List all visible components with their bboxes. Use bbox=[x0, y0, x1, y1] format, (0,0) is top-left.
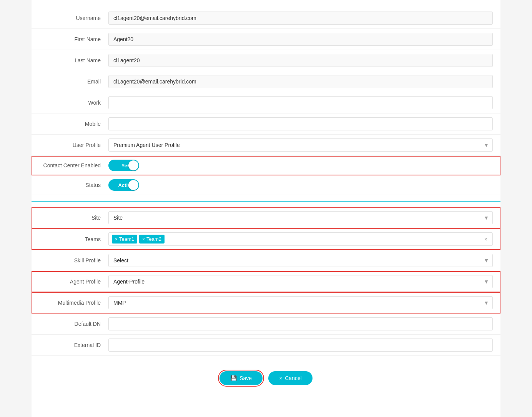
userprofile-row: User Profile Premium Agent User Profile … bbox=[32, 135, 500, 156]
username-input[interactable] bbox=[108, 12, 493, 25]
contact-center-toggle-knob bbox=[128, 160, 138, 170]
save-label: Save bbox=[239, 375, 252, 381]
cancel-button[interactable]: × Cancel bbox=[268, 371, 313, 385]
save-icon: 💾 bbox=[230, 375, 237, 381]
agent-profile-select-wrapper: Agent-Profile ▼ bbox=[108, 275, 493, 288]
multimedia-profile-row: Multimedia Profile MMP ▼ bbox=[32, 292, 500, 314]
email-label: Email bbox=[39, 78, 108, 85]
status-toggle-knob bbox=[128, 180, 138, 190]
mobile-input[interactable] bbox=[108, 117, 493, 130]
lastname-input[interactable] bbox=[108, 54, 493, 67]
external-id-label: External ID bbox=[39, 342, 108, 348]
cancel-label: Cancel bbox=[285, 375, 302, 381]
skill-profile-label: Skill Profile bbox=[39, 257, 108, 264]
save-button[interactable]: 💾 Save bbox=[219, 371, 263, 385]
bottom-bar: 💾 Save × Cancel bbox=[32, 364, 500, 393]
username-row: Username bbox=[32, 8, 500, 29]
multimedia-profile-select[interactable]: MMP bbox=[108, 296, 493, 309]
skill-profile-row: Skill Profile Select ▼ bbox=[32, 250, 500, 271]
default-dn-label: Default DN bbox=[39, 321, 108, 327]
site-select[interactable]: Site bbox=[108, 211, 493, 224]
skill-profile-select[interactable]: Select bbox=[108, 254, 493, 267]
external-id-input[interactable] bbox=[108, 339, 493, 352]
site-select-wrapper: Site ▼ bbox=[108, 211, 493, 224]
userprofile-select[interactable]: Premium Agent User Profile bbox=[108, 138, 493, 152]
username-label: Username bbox=[39, 15, 108, 21]
agent-profile-select[interactable]: Agent-Profile bbox=[108, 275, 493, 288]
status-label: Status bbox=[39, 182, 108, 188]
contact-center-row: Contact Center Enabled Yes bbox=[32, 156, 500, 175]
firstname-label: First Name bbox=[39, 36, 108, 42]
contact-center-toggle[interactable]: Yes bbox=[108, 160, 139, 171]
status-row: Status Active bbox=[32, 175, 500, 195]
teams-clear-icon[interactable]: × bbox=[482, 236, 489, 242]
multimedia-profile-select-wrapper: MMP ▼ bbox=[108, 296, 493, 309]
userprofile-select-wrapper: Premium Agent User Profile ▼ bbox=[108, 138, 493, 152]
work-label: Work bbox=[39, 100, 108, 106]
team1-label: Team1 bbox=[119, 236, 134, 242]
section-divider bbox=[32, 201, 500, 202]
lastname-label: Last Name bbox=[39, 57, 108, 63]
lastname-row: Last Name bbox=[32, 50, 500, 71]
agent-profile-row: Agent Profile Agent-Profile ▼ bbox=[32, 271, 500, 292]
status-toggle-wrapper[interactable]: Active bbox=[108, 179, 139, 191]
teams-row: Teams × Team1 × Team2 × bbox=[32, 229, 500, 250]
team2-remove-icon[interactable]: × bbox=[142, 237, 145, 242]
contact-center-toggle-wrapper[interactable]: Yes bbox=[108, 160, 139, 171]
team2-tag[interactable]: × Team2 bbox=[139, 235, 165, 244]
site-label: Site bbox=[39, 215, 108, 221]
form-container: Username First Name Last Name Email Work… bbox=[32, 0, 500, 417]
teams-input[interactable]: × Team1 × Team2 × bbox=[108, 232, 493, 246]
status-toggle[interactable]: Active bbox=[108, 179, 139, 191]
work-input[interactable] bbox=[108, 96, 493, 109]
default-dn-input[interactable] bbox=[108, 317, 493, 330]
email-row: Email bbox=[32, 71, 500, 92]
contact-center-label: Contact Center Enabled bbox=[39, 162, 108, 168]
teams-label: Teams bbox=[39, 236, 108, 242]
email-input[interactable] bbox=[108, 75, 493, 88]
mobile-label: Mobile bbox=[39, 121, 108, 127]
team1-tag[interactable]: × Team1 bbox=[112, 235, 137, 244]
site-row: Site Site ▼ bbox=[32, 207, 500, 229]
firstname-row: First Name bbox=[32, 29, 500, 50]
team2-label: Team2 bbox=[146, 236, 161, 242]
cancel-icon: × bbox=[279, 375, 282, 381]
work-row: Work bbox=[32, 92, 500, 113]
userprofile-label: User Profile bbox=[39, 142, 108, 148]
default-dn-row: Default DN bbox=[32, 314, 500, 335]
multimedia-profile-label: Multimedia Profile bbox=[39, 300, 108, 306]
mobile-row: Mobile bbox=[32, 113, 500, 135]
firstname-input[interactable] bbox=[108, 33, 493, 46]
agent-profile-label: Agent Profile bbox=[39, 279, 108, 285]
external-id-row: External ID bbox=[32, 335, 500, 356]
skill-profile-select-wrapper: Select ▼ bbox=[108, 254, 493, 267]
team1-remove-icon[interactable]: × bbox=[115, 237, 118, 242]
